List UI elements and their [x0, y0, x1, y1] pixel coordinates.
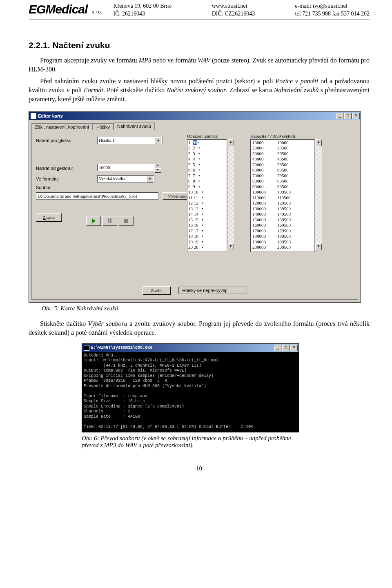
tab-hlasky[interactable]: Hlášky: [93, 123, 114, 130]
cap-a-row[interactable]: 130000: [252, 206, 266, 212]
cap-a-row[interactable]: 150000: [252, 217, 266, 223]
memory-row[interactable]: 9 9 •: [188, 184, 226, 190]
cmd-title: E:\WINNT\system32\cmd.exe: [91, 345, 273, 350]
memory-row[interactable]: 19 19 •: [188, 239, 226, 245]
memory-list[interactable]: 1 99•2 2 •3 3 •4 4 •5 5 •6 6 •7 7 •8 8 •…: [187, 139, 227, 252]
section-heading: 2.2.1. Načtení zvuku: [29, 40, 370, 50]
cap-b-row[interactable]: 99500: [277, 184, 291, 190]
cap-a-row[interactable]: 180000: [252, 234, 266, 239]
cap-b-row[interactable]: 149500: [277, 212, 291, 217]
status-box: Hlášky se nepřekrývají.: [178, 287, 247, 294]
cap-a-row[interactable]: 30000: [252, 151, 266, 157]
label-sektor: Nahrát od sektoru:: [36, 166, 97, 171]
cap-a-row[interactable]: 100000: [252, 189, 266, 195]
memory-row[interactable]: 18 18 •: [188, 234, 226, 239]
cap-b-row[interactable]: 159500: [277, 217, 291, 223]
memory-row[interactable]: 20 20 •: [188, 245, 226, 250]
memory-row[interactable]: 13 13 •: [188, 206, 226, 212]
memory-row[interactable]: 11 11 •: [188, 195, 226, 201]
label-kapacita: Kapacita 471859 sektorů.: [250, 134, 322, 138]
memory-row[interactable]: 5 5 •: [188, 162, 226, 168]
cap-b-row[interactable]: 119500: [277, 195, 291, 201]
cap-a-row[interactable]: 170000: [252, 228, 266, 234]
cap-a-row[interactable]: 20000: [252, 145, 266, 151]
cap-b-row[interactable]: 69500: [277, 167, 291, 173]
scroll-down-icon[interactable]: ▼: [315, 243, 322, 250]
cap-b-row[interactable]: 89500: [277, 178, 291, 184]
pause-button[interactable]: [102, 216, 117, 226]
capacity-scrollbar[interactable]: ▲ ▼: [315, 139, 322, 250]
button-zapsat[interactable]: Zapsat: [36, 213, 62, 221]
tab-basic[interactable]: Zákl. nastavení, kopírování: [31, 123, 93, 130]
cap-b-row[interactable]: 199500: [277, 239, 291, 245]
cap-a-row[interactable]: 10000: [252, 140, 266, 146]
memory-row[interactable]: 12 12 •: [188, 200, 226, 206]
memory-row[interactable]: 15 15 •: [188, 217, 226, 223]
titlebar[interactable]: Editor karty _ □ ×: [29, 112, 361, 120]
memory-row[interactable]: 4 4 •: [188, 156, 226, 162]
memory-row[interactable]: 1 99•: [188, 140, 226, 146]
cap-a-row[interactable]: 80000: [252, 178, 266, 184]
cap-b-row[interactable]: 179500: [277, 228, 291, 234]
maximize-button[interactable]: □: [344, 113, 352, 119]
minimize-button[interactable]: _: [336, 113, 343, 119]
page-header: EGMedical s.r.o. Křenová 19, 602 00 Brno…: [29, 0, 370, 20]
logo: EGMedical s.r.o.: [29, 2, 102, 16]
cap-b-row[interactable]: 129500: [277, 200, 291, 206]
spin-down[interactable]: ▼: [154, 168, 161, 173]
t-i: Nahrávání zvuků: [274, 87, 319, 94]
memory-row[interactable]: 10 10 •: [188, 189, 226, 195]
cmd-close-button[interactable]: ×: [290, 345, 298, 351]
memory-row[interactable]: 7 7 •: [188, 173, 226, 179]
cap-a-row[interactable]: 90000: [252, 184, 266, 190]
cap-b-row[interactable]: 59500: [277, 162, 291, 168]
cap-a-row[interactable]: 60000: [252, 167, 266, 173]
memory-row[interactable]: 17 17 •: [188, 228, 226, 234]
memory-row[interactable]: 8 8 •: [188, 178, 226, 184]
memory-scrollbar[interactable]: ▲ ▼: [227, 139, 234, 250]
cap-b-row[interactable]: 169500: [277, 223, 291, 228]
scroll-up-icon[interactable]: ▲: [227, 139, 234, 146]
cmd-minimize-button[interactable]: _: [274, 345, 281, 351]
capacity-list[interactable]: 1000020000300004000050000600007000080000…: [250, 139, 315, 252]
cap-b-row[interactable]: 109500: [277, 189, 291, 195]
cmd-maximize-button[interactable]: □: [282, 345, 290, 351]
cap-b-row[interactable]: 189500: [277, 234, 291, 239]
play-button[interactable]: [86, 216, 101, 226]
cap-a-row[interactable]: 110000: [252, 195, 266, 201]
cap-b-row[interactable]: 79500: [277, 173, 291, 179]
cap-a-row[interactable]: 140000: [252, 212, 266, 217]
spin-up[interactable]: ▲: [154, 164, 161, 168]
cap-b-row[interactable]: 39500: [277, 151, 291, 157]
scroll-up-icon[interactable]: ▲: [315, 139, 322, 146]
cap-b-row[interactable]: 209500: [277, 245, 291, 250]
combo-hlaska[interactable]: Hláška 1: [97, 137, 163, 144]
cap-a-row[interactable]: 50000: [252, 162, 266, 168]
cap-a-row[interactable]: 200000: [252, 245, 266, 250]
input-filepath[interactable]: [36, 192, 158, 200]
memory-row[interactable]: 3 3 •: [188, 151, 226, 157]
button-zavrit[interactable]: Zavřít: [143, 286, 171, 294]
cap-b-row[interactable]: 10000: [277, 140, 291, 146]
memory-row[interactable]: 2 2 •: [188, 145, 226, 151]
cap-b-row[interactable]: 29500: [277, 145, 291, 151]
cap-b-row[interactable]: 139500: [277, 206, 291, 212]
cap-a-row[interactable]: 190000: [252, 239, 266, 245]
cmd-titlebar[interactable]: c E:\WINNT\system32\cmd.exe _ □ ×: [82, 344, 298, 352]
stop-button[interactable]: [119, 216, 134, 226]
combo-format[interactable]: Vysoká kvalita: [97, 175, 154, 183]
cap-a-row[interactable]: 70000: [252, 173, 266, 179]
scroll-down-icon[interactable]: ▼: [227, 243, 234, 250]
memory-row[interactable]: 16 16 •: [188, 223, 226, 228]
memory-row[interactable]: 6 6 •: [188, 167, 226, 173]
input-sektor[interactable]: [97, 164, 154, 171]
t-mp3: MP3: [139, 57, 151, 64]
tab-nahravani[interactable]: Nahrávání zvuků: [114, 122, 155, 130]
tab-page: Nahrát pro hlášku: Hláška 1 Nahrát od se…: [31, 130, 358, 300]
cap-b-row[interactable]: 49500: [277, 156, 291, 162]
cap-a-row[interactable]: 160000: [252, 223, 266, 228]
close-button[interactable]: ×: [352, 113, 360, 119]
memory-row[interactable]: 14 14 •: [188, 212, 226, 217]
cap-a-row[interactable]: 120000: [252, 200, 266, 206]
cap-a-row[interactable]: 40000: [252, 156, 266, 162]
